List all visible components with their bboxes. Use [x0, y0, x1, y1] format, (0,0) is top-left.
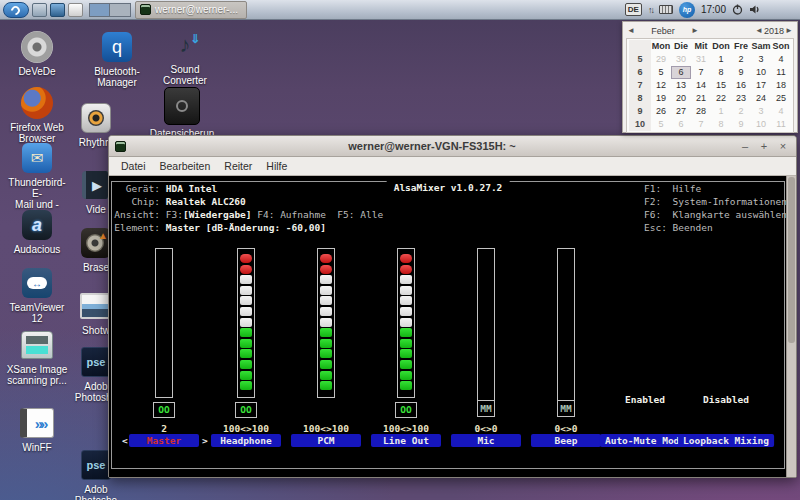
calendar-day-cell[interactable]: 27	[671, 105, 691, 118]
menu-help[interactable]: Hilfe	[260, 158, 293, 174]
desktop-icon-datensicherung[interactable]: Datensicherun	[150, 86, 214, 139]
calendar-day-cell[interactable]: 26	[651, 105, 671, 118]
next-month-arrow[interactable]: ►	[690, 26, 700, 35]
calendar-day-cell[interactable]: 13	[671, 79, 691, 92]
desktop-icon-firefox[interactable]: Firefox Web Browser	[5, 86, 69, 144]
calendar-day-cell[interactable]: 15	[711, 79, 731, 92]
close-button[interactable]: ×	[776, 139, 790, 153]
channel-label[interactable]: Mic	[451, 434, 521, 447]
calendar-day-cell[interactable]: 19	[651, 92, 671, 105]
calendar-day-cell[interactable]: 25	[771, 92, 791, 105]
calendar-day-cell[interactable]: 8	[711, 66, 731, 79]
keyboard-layout-indicator[interactable]: DE	[625, 3, 642, 16]
calendar-day-cell[interactable]: 3	[751, 105, 771, 118]
calendar-day-cell[interactable]: 11	[771, 118, 791, 131]
keyboard-icon[interactable]	[659, 5, 673, 14]
calendar-day-cell[interactable]: 22	[711, 92, 731, 105]
mute-indicator[interactable]: OO	[153, 402, 175, 418]
calendar-day-cell[interactable]: 11	[771, 66, 791, 79]
editor-launcher-icon[interactable]	[68, 3, 83, 17]
calendar-day-cell[interactable]: 29	[651, 53, 671, 66]
mute-indicator[interactable]: OO	[235, 402, 257, 418]
workspace-2[interactable]	[110, 4, 130, 16]
calendar-day-cell[interactable]: 1	[711, 53, 731, 66]
volume-icon[interactable]	[749, 4, 762, 15]
prev-year-arrow[interactable]: ◄	[754, 26, 764, 35]
calendar-day-cell[interactable]: 10	[751, 66, 771, 79]
terminal-scrollbar[interactable]	[786, 176, 796, 477]
clock[interactable]: 17:00	[701, 4, 726, 15]
calendar-day-cell[interactable]: 16	[731, 79, 751, 92]
loopback-label[interactable]: Loopback Mixing	[678, 434, 774, 447]
calendar-day-cell[interactable]: 20	[671, 92, 691, 105]
volume-bar[interactable]: MM	[477, 248, 495, 417]
taskbar-window-button[interactable]: werner@werner-...	[135, 1, 247, 19]
next-year-arrow[interactable]: ►	[784, 26, 794, 35]
volume-bar[interactable]	[237, 248, 255, 398]
desktop-icon-audacious[interactable]: a Audacious	[5, 208, 69, 255]
calendar-day-cell[interactable]: 2	[731, 53, 751, 66]
calendar-day-cell[interactable]: 14	[691, 79, 711, 92]
calendar-day-cell[interactable]: 24	[751, 92, 771, 105]
desktop-icon-devede[interactable]: DeVeDe	[5, 30, 69, 77]
desktop-icon-bluetooth-manager[interactable]: q Bluetooth- Manager	[85, 30, 149, 88]
desktop-icon-teamviewer[interactable]: ↔ TeamViewer 12	[5, 266, 69, 324]
workspace-switcher[interactable]	[89, 3, 131, 17]
channel-label[interactable]: Beep	[531, 434, 601, 447]
volume-bar[interactable]: MM	[557, 248, 575, 417]
desktop-icon-winff[interactable]: »» WinFF	[5, 406, 69, 453]
calendar-day-cell[interactable]: 4	[771, 105, 791, 118]
bar-segment-green	[320, 381, 332, 390]
volume-bar[interactable]	[155, 248, 173, 398]
desktop-icon-sound-converter[interactable]: ♪⇓ Sound Converter	[153, 28, 217, 86]
calendar-day-cell[interactable]: 5	[651, 66, 671, 79]
calendar-day-cell[interactable]: 8	[711, 118, 731, 131]
calendar-day-cell[interactable]: 9	[731, 118, 751, 131]
calendar-today-cell[interactable]: 6	[671, 66, 691, 79]
channel-label[interactable]: Headphone	[211, 434, 281, 447]
channel-label[interactable]: Master	[129, 434, 199, 447]
calendar-day-cell[interactable]: 9	[731, 66, 751, 79]
volume-bar[interactable]	[317, 248, 335, 398]
network-traffic-icon[interactable]: ↑↓	[648, 5, 653, 15]
mute-indicator[interactable]: MM	[558, 400, 574, 415]
mute-indicator[interactable]: OO	[395, 402, 417, 418]
hp-tools-icon[interactable]: hp	[679, 2, 695, 18]
calendar-day-cell[interactable]: 17	[751, 79, 771, 92]
minimize-button[interactable]: –	[738, 139, 752, 153]
file-manager-launcher-icon[interactable]	[32, 3, 47, 17]
calendar-day-cell[interactable]: 30	[671, 53, 691, 66]
scrollbar-thumb[interactable]	[788, 177, 795, 343]
maximize-button[interactable]: +	[757, 139, 771, 153]
calendar-day-cell[interactable]: 7	[691, 118, 711, 131]
calendar-day-cell[interactable]: 1	[711, 105, 731, 118]
menu-tabs[interactable]: Reiter	[218, 158, 258, 174]
calendar-day-cell[interactable]: 12	[651, 79, 671, 92]
workspace-1[interactable]	[90, 4, 110, 16]
channel-label[interactable]: PCM	[291, 434, 361, 447]
volume-bar[interactable]	[397, 248, 415, 398]
applications-menu-button[interactable]	[3, 2, 29, 18]
auto-mute-label[interactable]: Auto-Mute Mode	[600, 434, 690, 447]
calendar-day-cell[interactable]: 21	[691, 92, 711, 105]
calendar-day-cell[interactable]: 3	[751, 53, 771, 66]
calendar-day-cell[interactable]: 7	[691, 66, 711, 79]
mute-indicator[interactable]: MM	[478, 400, 494, 415]
calendar-day-cell[interactable]: 18	[771, 79, 791, 92]
calendar-day-cell[interactable]: 4	[771, 53, 791, 66]
menu-file[interactable]: Datei	[115, 158, 152, 174]
channel-label[interactable]: Line Out	[371, 434, 441, 447]
window-titlebar[interactable]: werner@werner-VGN-FS315H: ~ – + ×	[109, 136, 796, 157]
menu-edit[interactable]: Bearbeiten	[154, 158, 217, 174]
calendar-day-cell[interactable]: 10	[751, 118, 771, 131]
media-launcher-icon[interactable]	[50, 3, 65, 17]
calendar-day-cell[interactable]: 2	[731, 105, 751, 118]
calendar-day-cell[interactable]: 31	[691, 53, 711, 66]
calendar-day-cell[interactable]: 5	[651, 118, 671, 131]
calendar-day-cell[interactable]: 28	[691, 105, 711, 118]
calendar-day-cell[interactable]: 23	[731, 92, 751, 105]
desktop-icon-xsane[interactable]: XSane Image scanning pr...	[5, 328, 69, 386]
power-icon[interactable]	[732, 4, 743, 15]
prev-month-arrow[interactable]: ◄	[626, 26, 636, 35]
calendar-day-cell[interactable]: 6	[671, 118, 691, 131]
